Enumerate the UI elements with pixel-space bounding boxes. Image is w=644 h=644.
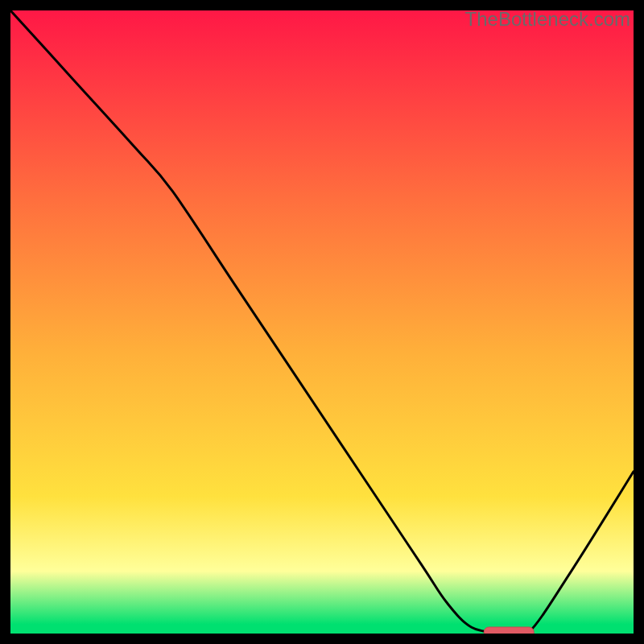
optimal-marker — [484, 627, 534, 634]
watermark-text: TheBottleneck.com — [465, 8, 630, 31]
chart-frame: TheBottleneck.com — [10, 10, 634, 634]
bottleneck-chart — [10, 10, 634, 634]
gradient-background — [10, 10, 634, 634]
